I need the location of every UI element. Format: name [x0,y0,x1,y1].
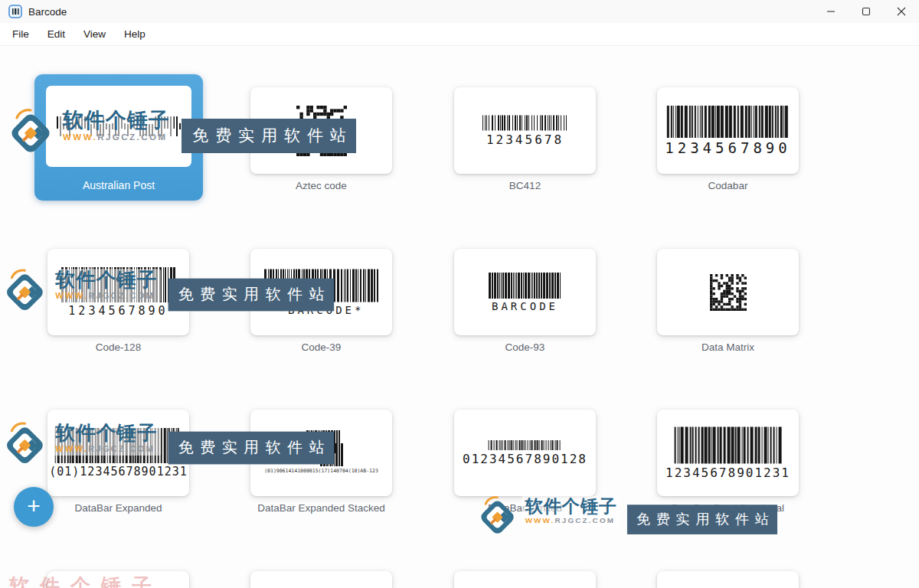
card-code-39[interactable]: *BARCODE* [250,249,392,335]
card-databar-limited[interactable]: 01234567890128 [454,410,596,496]
barcode-value: (01)12345678901231 [49,465,188,479]
barcode-image: (01)90614141000015(17)140704(10)AB-123 [250,410,392,496]
barcode-preview [46,86,191,167]
barcode-image: (01)12345678901231 [49,428,188,479]
barcode-image [296,106,347,156]
card-partial[interactable] [454,571,596,588]
card-partial[interactable] [250,571,392,588]
card-label: DataBar Limited [439,502,611,514]
barcode-image: 12345678 [482,115,568,146]
menu-bar: File Edit View Help [0,23,919,46]
barcode-image: 01234567890128 [463,440,587,466]
card-label: Code-39 [235,341,407,353]
card-label: Codabar [642,180,814,191]
card-aztec-code[interactable] [250,87,392,174]
window-controls [813,0,919,23]
menu-help[interactable]: Help [116,25,153,43]
plus-icon: + [27,495,41,518]
card-label: Code-128 [32,341,204,353]
barcode-image [710,274,747,311]
card-label: DataBar Omnidirectional [642,502,814,514]
card-label: Code-93 [439,341,611,353]
barcode-value: *BARCODE* [279,303,365,315]
card-label: DataBar Expanded Stacked [235,502,407,514]
card-bc412[interactable]: 12345678 [454,87,596,174]
close-button[interactable] [884,0,919,23]
barcode-image: 12345678901231 [666,426,790,479]
card-label: Aztec code [235,180,407,191]
barcode-value: 1234567890 [68,304,168,318]
barcode-value: 1234567890 [665,139,790,156]
card-partial[interactable] [657,571,799,588]
barcode-value: 01234567890128 [463,452,587,466]
barcode-value: BARCODE [492,300,558,312]
menu-file[interactable]: File [5,25,37,43]
card-databar-omnidirectional[interactable]: 12345678901231 [657,410,799,496]
menu-view[interactable]: View [76,25,113,43]
barcode-value: 12345678 [486,132,564,146]
card-data-matrix[interactable] [657,249,799,335]
card-australian-post[interactable]: Australian Post [34,74,203,201]
card-label: DataBar Expanded [32,502,204,514]
app-icon [8,5,22,18]
card-label: Australian Post [34,179,203,191]
card-label: BC412 [439,180,611,191]
minimize-button[interactable] [813,0,849,23]
maximize-button[interactable] [849,0,884,23]
barcode-image: *BARCODE* [264,269,379,315]
barcode-image: 1234567890 [61,267,176,318]
card-code-128[interactable]: 1234567890 [47,249,189,335]
card-code-93[interactable]: BARCODE [454,249,596,335]
ghost-watermark-text: 软件个锤子 [9,573,162,588]
window-title: Barcode [28,6,67,18]
barcode-value: (01)90614141000015(17)140704(10)AB-123 [264,468,378,474]
card-databar-expanded-stacked[interactable]: (01)90614141000015(17)140704(10)AB-123 [250,410,392,496]
barcode-image: BARCODE [489,273,562,312]
barcode-image: 1234567890 [665,106,790,156]
menu-edit[interactable]: Edit [40,25,73,43]
card-databar-expanded[interactable]: (01)12345678901231 [47,410,189,496]
barcode-value: 12345678901231 [666,465,790,479]
barcode-grid: Australian PostAztec code12345678BC41212… [0,47,919,588]
title-bar: Barcode [0,0,919,23]
barcode-image [57,116,181,136]
card-label: Data Matrix [642,341,814,353]
card-codabar[interactable]: 1234567890 [657,87,799,174]
add-barcode-button[interactable]: + [14,487,54,527]
